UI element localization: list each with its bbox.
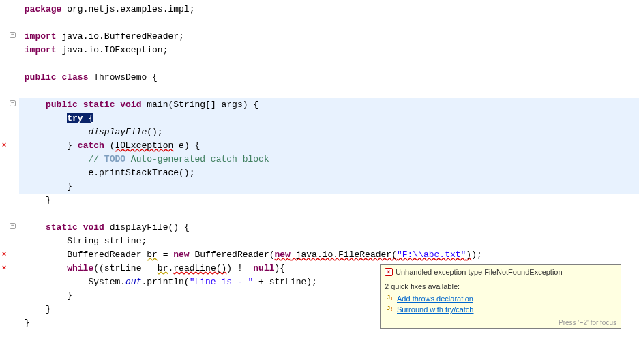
warning-underline[interactable]: br — [158, 263, 168, 273]
error-icon[interactable]: × — [0, 250, 8, 258]
error-icon[interactable]: × — [0, 141, 8, 149]
code-text: e) { — [173, 140, 200, 151]
code-text: ( — [104, 140, 115, 151]
keyword: package — [25, 4, 62, 14]
keyword: import — [25, 45, 57, 55]
keyword: while — [67, 263, 93, 273]
code-text: ); — [471, 249, 482, 260]
warning-underline[interactable]: br — [147, 249, 158, 260]
error-underline[interactable]: readLine() — [173, 263, 226, 273]
keyword: void — [120, 100, 141, 110]
fix-link-label: Add throws declaration — [397, 294, 473, 303]
keyword: static — [46, 222, 78, 232]
code-text: = — [158, 249, 173, 260]
keyword: void — [83, 222, 104, 232]
method-call: displayFile — [88, 127, 147, 137]
keyword: new — [173, 249, 189, 260]
keyword: catch — [78, 140, 104, 151]
code-text: displayFile() { — [104, 222, 190, 232]
quickfix-add-throws[interactable]: Add throws declaration — [385, 293, 616, 304]
keyword: public — [25, 72, 57, 82]
code-text: } — [25, 318, 30, 328]
tooltip-body: 2 quick fixes available: — [381, 279, 621, 292]
code-text: BufferedReader( — [190, 249, 275, 260]
code-text: String strLine; — [67, 236, 147, 246]
code-text: ) != — [226, 263, 253, 273]
error-icon[interactable]: × — [0, 264, 8, 272]
code-text: BufferedReader — [67, 249, 147, 260]
code-text: e.printStackTrace(); — [88, 168, 194, 178]
code-text: } — [67, 140, 78, 151]
keyword: static — [83, 100, 115, 110]
code-text: System. — [88, 277, 125, 287]
quickfix-surround-trycatch[interactable]: Surround with try/catch — [385, 304, 616, 315]
code-text: java.io.BufferedReader; — [57, 31, 184, 42]
code-text: } — [46, 195, 51, 205]
tooltip-header: × Unhandled exception type FileNotFoundE… — [381, 265, 621, 279]
code-text: } — [67, 181, 72, 192]
error-icon: × — [385, 268, 393, 276]
code-text: + strLine); — [253, 277, 317, 287]
gutter: − − × − × × — [0, 0, 19, 364]
code-text: .println( — [141, 277, 189, 287]
error-underline[interactable]: new java.io.FileReader("F:\\abc.txt") — [275, 249, 472, 260]
fold-icon[interactable]: − — [10, 32, 16, 38]
tooltip-fixes: Add throws declaration Surround with try… — [381, 292, 621, 318]
string-literal: "Line is - " — [190, 277, 254, 287]
code-text: } — [46, 304, 51, 314]
fold-icon[interactable]: − — [10, 223, 16, 229]
comment: // TODO Auto-generated catch block — [88, 154, 269, 164]
keyword: import — [25, 31, 57, 42]
fold-icon[interactable]: − — [10, 100, 16, 106]
lightbulb-icon — [386, 305, 394, 314]
lightbulb-icon — [386, 294, 394, 303]
code-text: main(String[] args) { — [141, 100, 258, 110]
static-field: out — [125, 277, 141, 287]
quickfix-tooltip[interactable]: × Unhandled exception type FileNotFoundE… — [380, 264, 621, 329]
code-text: ){ — [275, 263, 286, 273]
code-text: org.netjs.examples.impl; — [61, 4, 194, 14]
code-text: java.io.IOException; — [57, 45, 168, 55]
selection: try { — [67, 113, 93, 123]
keyword: null — [253, 263, 274, 273]
fix-link-label: Surround with try/catch — [397, 305, 474, 314]
tooltip-footer: Press 'F2' for focus — [381, 318, 621, 328]
code-text: ((strLine = — [93, 263, 158, 273]
code-text: ThrowsDemo { — [88, 72, 157, 82]
tooltip-title: Unhandled exception type FileNotFoundExc… — [396, 268, 563, 276]
code-text: (); — [147, 127, 162, 137]
code-text: } — [67, 290, 72, 301]
keyword: class — [61, 72, 88, 82]
keyword: public — [46, 100, 78, 110]
error-underline[interactable]: IOException — [115, 140, 173, 151]
